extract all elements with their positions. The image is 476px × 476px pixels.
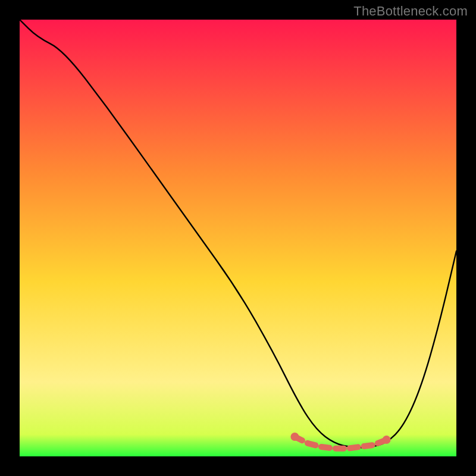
gradient-backdrop (20, 20, 456, 456)
watermark-text: TheBottleneck.com (353, 4, 468, 19)
highlight-end-dot (383, 436, 391, 444)
plot-frame (20, 20, 456, 456)
highlight-start-dot (290, 433, 299, 441)
chart-stage: TheBottleneck.com (0, 0, 476, 476)
bottleneck-chart (20, 20, 456, 456)
